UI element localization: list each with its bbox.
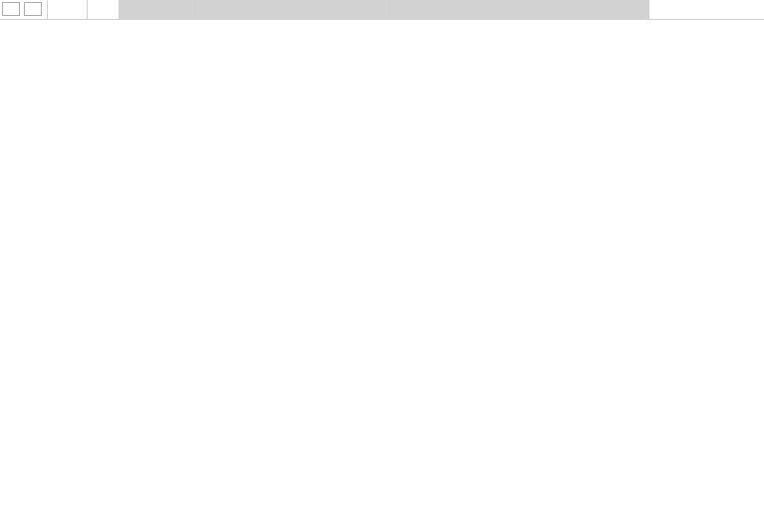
outline-level-header [0,0,48,20]
col-header-E[interactable] [390,0,480,19]
col-header-D[interactable] [313,0,390,19]
col-header-C[interactable] [195,0,313,19]
column-headers [48,0,764,20]
worksheet-grid[interactable] [0,20,764,532]
col-header-G[interactable] [560,0,649,19]
col-header-F[interactable] [480,0,560,19]
outline-level-1[interactable] [2,2,20,16]
col-header-B[interactable] [120,0,195,19]
outline-level-2[interactable] [24,2,42,16]
select-all-corner[interactable] [48,0,88,19]
col-header-A[interactable] [88,0,120,19]
